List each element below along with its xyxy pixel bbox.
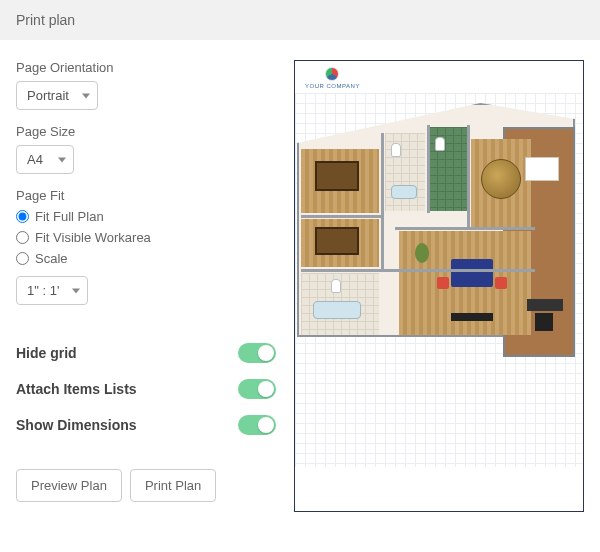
orientation-label: Page Orientation (16, 60, 276, 75)
radio-input[interactable] (16, 210, 29, 223)
floor-plan (295, 103, 577, 363)
orientation-select[interactable]: Portrait (16, 81, 98, 110)
logo-icon (325, 67, 339, 81)
bathtub (313, 301, 361, 319)
page-size-label: Page Size (16, 124, 276, 139)
page-fit-label: Page Fit (16, 188, 276, 203)
round-table (481, 159, 521, 199)
wall (395, 227, 535, 230)
radio-input[interactable] (16, 252, 29, 265)
desk-chair (535, 313, 553, 331)
attach-items-row: Attach Items Lists (16, 373, 276, 405)
page-fit-group: Page Fit Fit Full Plan Fit Visible Worka… (16, 188, 276, 305)
fit-full-plan-radio[interactable]: Fit Full Plan (16, 209, 276, 224)
print-preview: YOUR COMPANY (294, 60, 584, 512)
bedroom-1-rug (315, 161, 359, 191)
orientation-value: Portrait (27, 88, 69, 103)
logo-text: YOUR COMPANY (305, 83, 360, 89)
window-title: Print plan (16, 12, 75, 28)
orientation-group: Page Orientation Portrait (16, 60, 276, 110)
chevron-down-icon (72, 288, 80, 293)
window-titlebar: Print plan (0, 0, 600, 40)
radio-input[interactable] (16, 231, 29, 244)
wall (301, 269, 535, 272)
show-dimensions-toggle[interactable] (238, 415, 276, 435)
hide-grid-toggle[interactable] (238, 343, 276, 363)
wall (301, 215, 381, 218)
show-dimensions-row: Show Dimensions (16, 409, 276, 441)
toilet-2 (435, 137, 445, 151)
sofa (451, 259, 493, 287)
plant-icon (415, 243, 429, 263)
fit-visible-radio[interactable]: Fit Visible Workarea (16, 230, 276, 245)
settings-panel: Page Orientation Portrait Page Size A4 P… (16, 60, 276, 512)
page-size-group: Page Size A4 (16, 124, 276, 174)
scale-value: 1" : 1' (27, 283, 59, 298)
print-plan-button[interactable]: Print Plan (130, 469, 216, 502)
action-buttons: Preview Plan Print Plan (16, 469, 276, 502)
toilet-3 (331, 279, 341, 293)
tv-unit (451, 313, 493, 321)
chevron-down-icon (82, 93, 90, 98)
bedroom-2-rug (315, 227, 359, 255)
wall (467, 125, 470, 229)
toggles-group: Hide grid Attach Items Lists Show Dimens… (16, 337, 276, 445)
hide-grid-row: Hide grid (16, 337, 276, 369)
main-content: Page Orientation Portrait Page Size A4 P… (0, 40, 600, 524)
armchair-2 (495, 277, 507, 289)
wall (381, 133, 384, 269)
sink-1 (391, 185, 417, 199)
attach-items-label: Attach Items Lists (16, 381, 137, 397)
fit-scale-radio[interactable]: Scale (16, 251, 276, 266)
wall (427, 125, 430, 213)
patio-table (525, 157, 559, 181)
armchair-1 (437, 277, 449, 289)
fit-full-plan-label: Fit Full Plan (35, 209, 104, 224)
preview-plan-button[interactable]: Preview Plan (16, 469, 122, 502)
company-logo: YOUR COMPANY (305, 67, 360, 89)
fit-visible-label: Fit Visible Workarea (35, 230, 151, 245)
page-size-select[interactable]: A4 (16, 145, 74, 174)
show-dimensions-label: Show Dimensions (16, 417, 137, 433)
toilet-1 (391, 143, 401, 157)
fit-scale-label: Scale (35, 251, 68, 266)
attach-items-toggle[interactable] (238, 379, 276, 399)
page-size-value: A4 (27, 152, 43, 167)
desk (527, 299, 563, 311)
chevron-down-icon (58, 157, 66, 162)
scale-select[interactable]: 1" : 1' (16, 276, 88, 305)
hide-grid-label: Hide grid (16, 345, 77, 361)
